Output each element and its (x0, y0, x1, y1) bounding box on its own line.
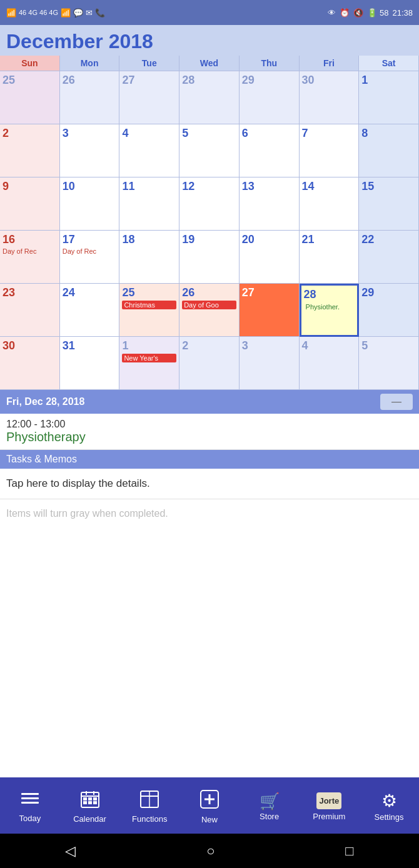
cal-cell-dec1[interactable]: 1 (359, 71, 419, 124)
tasks-tap[interactable]: Tap here to display the details. (0, 469, 419, 499)
svg-rect-11 (89, 802, 91, 804)
cal-cell-dec16[interactable]: 16 Day of Rec (0, 231, 60, 284)
dow-saturday: Sat (359, 56, 419, 71)
cal-cell-dec11[interactable]: 11 (119, 177, 179, 231)
nav-store[interactable]: 🛒 Store (245, 793, 295, 821)
calendar-title: December 2018 (6, 30, 413, 53)
cal-cell-dec19[interactable]: 19 (179, 231, 240, 284)
tasks-note: Items will turn gray when completed. (0, 499, 419, 528)
cal-cell-nov27[interactable]: 27 (119, 71, 179, 124)
cal-cell-jan1[interactable]: 1 New Year's (119, 337, 179, 390)
alarm-icon: ⏰ (340, 8, 350, 17)
cal-cell-dec30[interactable]: 30 (0, 337, 60, 390)
cal-cell-dec9[interactable]: 9 (0, 177, 60, 231)
cal-cell-nov30[interactable]: 30 (300, 71, 360, 124)
cal-cell-jan4[interactable]: 4 (300, 337, 360, 390)
eye-icon: 👁 (328, 8, 336, 17)
svg-rect-9 (94, 798, 96, 800)
nav-premium[interactable]: Jorte Premium (304, 792, 354, 821)
status-bar: 📶 46 4G 46 4G 📶 💬 ✉ 📞 👁 ⏰ 🔇 🔋 58 21:38 (0, 0, 419, 25)
svg-rect-8 (89, 798, 91, 800)
dow-tuesday: Tue (119, 56, 179, 71)
new-label: New (201, 815, 218, 824)
cal-cell-jan2[interactable]: 2 (179, 337, 240, 390)
cal-cell-dec18[interactable]: 18 (119, 231, 179, 284)
cal-cell-dec13[interactable]: 13 (240, 177, 300, 231)
functions-icon (139, 790, 159, 812)
cal-cell-dec10[interactable]: 10 (60, 177, 120, 231)
cal-cell-dec21[interactable]: 21 (300, 231, 360, 284)
today-icon (20, 791, 40, 811)
mute-icon: 🔇 (353, 8, 363, 17)
cal-cell-dec24[interactable]: 24 (60, 284, 120, 337)
event-name: Physiotherapy (6, 430, 413, 444)
dow-friday: Fri (300, 56, 360, 71)
cal-cell-dec7[interactable]: 7 (300, 124, 360, 177)
store-icon: 🛒 (260, 793, 280, 809)
dow-wednesday: Wed (179, 56, 240, 71)
cal-cell-jan5[interactable]: 5 (359, 337, 419, 390)
cal-cell-dec22[interactable]: 22 (359, 231, 419, 284)
nav-functions[interactable]: Functions (124, 790, 174, 824)
wifi-icon: 📶 (61, 8, 71, 17)
cal-cell-dec17[interactable]: 17 Day of Rec (60, 231, 120, 284)
home-button[interactable]: ○ (206, 843, 215, 859)
cal-cell-dec8[interactable]: 8 (359, 124, 419, 177)
cal-cell-dec26[interactable]: 26 Day of Goo (179, 284, 240, 337)
status-right: 👁 ⏰ 🔇 🔋 58 21:38 (328, 8, 413, 17)
svg-rect-0 (21, 793, 39, 795)
event-time: 12:00 - 13:00 (6, 419, 413, 430)
tasks-header: Tasks & Memos (0, 450, 419, 469)
cal-cell-dec28[interactable]: 28 Physiother. (300, 284, 360, 337)
cal-cell-jan3[interactable]: 3 (240, 337, 300, 390)
calendar-label: Calendar (73, 814, 106, 824)
today-label: Today (19, 814, 41, 823)
cal-cell-dec25[interactable]: 25 Christmas (119, 284, 179, 337)
recent-button[interactable]: □ (345, 843, 353, 859)
calendar-grid: 25 26 27 28 29 30 1 2 3 4 5 6 7 8 9 10 (0, 71, 419, 390)
cal-cell-dec14[interactable]: 14 (300, 177, 360, 231)
phone-icon: 📞 (95, 8, 105, 17)
event-detail[interactable]: 12:00 - 13:00 Physiotherapy (0, 414, 419, 450)
nav-calendar[interactable]: Calendar (65, 790, 115, 824)
new-icon (199, 789, 220, 812)
cal-cell-dec27[interactable]: 27 (240, 284, 300, 337)
tap-text: Tap here to display the details. (6, 477, 150, 489)
dow-monday: Mon (60, 56, 120, 71)
day-of-week-row: Sun Mon Tue Wed Thu Fri Sat (0, 56, 419, 71)
time-display: 21:38 (392, 8, 413, 17)
functions-label: Functions (132, 814, 167, 824)
cal-cell-nov26[interactable]: 26 (60, 71, 120, 124)
cal-cell-dec15[interactable]: 15 (359, 177, 419, 231)
settings-icon: ⚙ (381, 792, 397, 810)
cal-cell-dec23[interactable]: 23 (0, 284, 60, 337)
cal-cell-nov28[interactable]: 28 (179, 71, 240, 124)
premium-icon: Jorte (316, 792, 341, 809)
cal-cell-nov25[interactable]: 25 (0, 71, 60, 124)
nav-settings[interactable]: ⚙ Settings (364, 792, 414, 822)
note-text: Items will turn gray when completed. (6, 508, 168, 519)
store-label: Store (260, 812, 279, 821)
cal-cell-dec29[interactable]: 29 (359, 284, 419, 337)
nav-today[interactable]: Today (5, 791, 55, 823)
collapse-button[interactable]: — (380, 394, 413, 410)
cal-cell-dec4[interactable]: 4 (119, 124, 179, 177)
premium-label: Premium (313, 812, 345, 821)
cal-cell-dec5[interactable]: 5 (179, 124, 240, 177)
cal-cell-dec6[interactable]: 6 (240, 124, 300, 177)
cal-cell-dec3[interactable]: 3 (60, 124, 120, 177)
back-button[interactable]: ◁ (65, 843, 76, 859)
status-left: 📶 46 4G 46 4G 📶 💬 ✉ 📞 (6, 8, 105, 17)
battery-icon: 🔋 58 (367, 8, 388, 17)
svg-rect-12 (94, 802, 96, 804)
nav-new[interactable]: New (184, 789, 235, 824)
calendar-icon (80, 790, 100, 812)
cal-cell-dec12[interactable]: 12 (179, 177, 240, 231)
cal-cell-dec2[interactable]: 2 (0, 124, 60, 177)
cal-cell-nov29[interactable]: 29 (240, 71, 300, 124)
cal-cell-dec20[interactable]: 20 (240, 231, 300, 284)
whatsapp-icon: 💬 (73, 8, 83, 17)
svg-rect-7 (84, 798, 86, 800)
calendar-header: December 2018 (0, 25, 419, 56)
cal-cell-dec31[interactable]: 31 (60, 337, 120, 390)
